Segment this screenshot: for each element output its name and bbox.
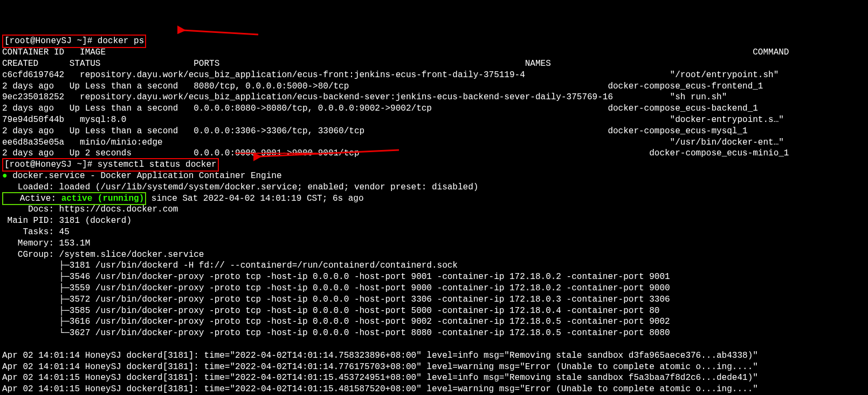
proc-5: ├─3616 /usr/bin/docker-proxy -proto tcp … [2, 317, 670, 326]
arrow-annotation-1 [177, 13, 264, 52]
row2-c: 2 days ago Up Less than a second 0.0.0.0… [2, 126, 364, 136]
row3-c-strike: 9000-9001->9000- [235, 148, 318, 158]
status-loaded: Loaded: loaded (/usr/lib/systemd/system/… [2, 182, 478, 192]
prompt-cmd-1[interactable]: [root@HoneySJ ~]# docker ps [4, 36, 144, 46]
status-cgroup: CGroup: /system.slice/docker.service [2, 250, 204, 260]
row3-a: ee6d8a35e05a minio/minio:edge [2, 138, 163, 147]
row1-d: docker-compose_ecus-backend_1 [608, 104, 757, 113]
row3-c-post: 9001/tcp [318, 148, 360, 158]
status-docs: Docs: https://docs.docker.com [2, 205, 178, 214]
status-memory: Memory: 153.1M [2, 239, 90, 248]
proc-0: ├─3181 /usr/bin/dockerd -H fd:// --conta… [2, 261, 458, 270]
terminal-output: { "prompt1": "[root@HoneySJ ~]# docker p… [2, 13, 866, 395]
proc-4: ├─3585 /usr/bin/docker-proxy -proto tcp … [2, 306, 659, 316]
row3-b: "/usr/bin/docker-ent…" [670, 138, 784, 147]
log-0: Apr 02 14:01:14 HoneySJ dockerd[3181]: t… [2, 351, 758, 360]
row2-a: 79e94d50f44b mysql:8.0 [2, 115, 126, 125]
row1-c: 2 days ago Up Less than a second 0.0.0.0… [2, 104, 432, 113]
proc-2: ├─3559 /usr/bin/docker-proxy -proto tcp … [2, 283, 670, 293]
status-line1: docker.service - Docker Application Cont… [8, 171, 282, 181]
row2-d: docker-compose_ecus-mysql_1 [608, 126, 747, 136]
status-mainpid: Main PID: 3181 (dockerd) [2, 216, 132, 226]
hdr-part2: COMMAND [753, 47, 789, 57]
row3-c-pre: 2 days ago Up 2 seconds 0.0.0.0: [2, 148, 235, 158]
row1-a: 9ec235018252 repository.dayu.work/ecus_b… [2, 92, 613, 102]
log-1: Apr 02 14:01:14 HoneySJ dockerd[3181]: t… [2, 362, 758, 372]
proc-6: └─3627 /usr/bin/docker-proxy -proto tcp … [2, 328, 670, 338]
status-active-label: Active: [4, 194, 61, 203]
row2-b: "docker-entrypoint.s…" [670, 115, 784, 125]
status-active-state: active (running) [61, 194, 144, 203]
row0-a: c6cfd6197642 repository.dayu.work/ecus_b… [2, 70, 525, 80]
status-bullet: ● [2, 171, 8, 181]
hdr-part3: CREATED STATUS PORTS [2, 59, 219, 69]
proc-1: ├─3546 /usr/bin/docker-proxy -proto tcp … [2, 272, 670, 282]
proc-3: ├─3572 /usr/bin/docker-proxy -proto tcp … [2, 295, 670, 304]
highlighted-command-1: [root@HoneySJ ~]# docker ps [2, 35, 146, 48]
log-2: Apr 02 14:01:15 HoneySJ dockerd[3181]: t… [2, 373, 758, 383]
log-3: Apr 02 14:01:15 HoneySJ dockerd[3181]: t… [2, 384, 758, 394]
row3-d: docker-compose_ecus-minio_1 [649, 148, 789, 158]
row0-b: "/root/entrypoint.sh" [670, 70, 779, 80]
status-tasks: Tasks: 45 [2, 227, 70, 237]
prompt-cmd-2[interactable]: [root@HoneySJ ~]# systemctl status docke… [4, 160, 217, 169]
row1-b: "sh run.sh" [670, 92, 727, 102]
row0-c: 2 days ago Up Less than a second 8080/tc… [2, 81, 349, 91]
row0-d: docker-compose_ecus-frontend_1 [608, 81, 763, 91]
svg-line-0 [183, 30, 258, 35]
hdr-part1: CONTAINER ID IMAGE [2, 47, 106, 57]
highlighted-active: Active: active (running) [2, 192, 146, 206]
highlighted-command-2: [root@HoneySJ ~]# systemctl status docke… [2, 158, 219, 172]
hdr-part4: NAMES [525, 59, 551, 69]
status-active-rest: since Sat 2022-04-02 14:01:19 CST; 6s ag… [146, 194, 363, 203]
